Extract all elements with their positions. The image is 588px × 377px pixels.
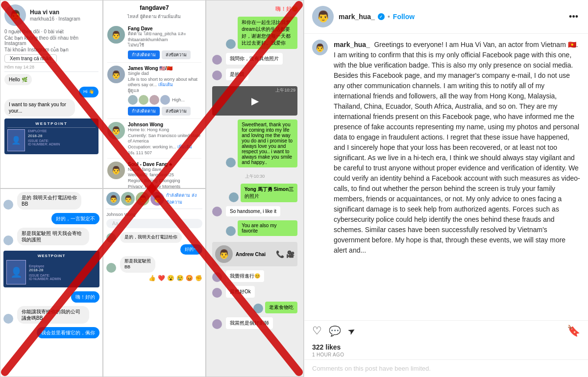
post-text-area: mark_hua_ Greetings to everyone! I am Hu… — [334, 40, 580, 314]
follow-button[interactable]: กำลังติดตาม — [128, 107, 160, 116]
likes-count: 322 likes — [312, 343, 580, 351]
chat-bubble-received: 我問你，沒有其他照片 — [226, 53, 283, 65]
post-body: 👨 mark_hua_ Greetings to everyone! I am … — [304, 34, 588, 320]
panel-fb-profile: 👨 Hua vi van markhua16 · Instagram 0 ngư… — [0, 0, 103, 188]
list-avatar: 👨 — [107, 26, 125, 44]
sender-info: Single dadLife is too short to worry abo… — [128, 71, 201, 88]
following-label: ไทลส์ ผู้ติดตาม ด้านเพิ่มเติม — [107, 13, 201, 20]
chat-bubble-received: 我當然是個好廚師 — [226, 317, 273, 329]
chat-bubble: 那是我駕駛照BB — [120, 256, 155, 272]
profile-note: Các bạn không theo dõi nhau trên Instagr… — [4, 35, 98, 46]
left-panel: 👨 Hua vi van markhua16 · Instagram 0 ngư… — [0, 0, 304, 377]
list-item: 👨 James Wong 🇺🇸/🇨🇳 Single dadLife is too… — [107, 63, 201, 119]
post-username[interactable]: mark_hua_ — [339, 13, 375, 21]
post-username-inline[interactable]: mark_hua_ — [334, 41, 370, 48]
chat-bubble: Hello 🌿 — [4, 74, 32, 85]
chat-bubble: 我会並里看懂它的，佩你 — [37, 327, 99, 338]
sender-extra: ผู้ดูแล — [128, 88, 201, 94]
bookmark-button[interactable]: 🔖 — [567, 325, 580, 337]
separator: • — [388, 13, 390, 21]
post-header: 👨 mark_hua_ • Follow ••• — [304, 0, 588, 34]
comment-button[interactable]: 💬 — [329, 325, 341, 337]
verified-badge — [378, 13, 385, 20]
message-button[interactable]: ส่งข้อความ — [162, 50, 191, 59]
follow-button[interactable]: Follow — [393, 13, 415, 21]
panel-username: fangdave7 — [107, 4, 201, 11]
panel-fb-list: fangdave7 ไทลส์ ผู้ติดตาม ด้านเพิ่มเติม … — [103, 0, 206, 188]
time-ago: 1 HOUR AGO — [312, 352, 580, 357]
panel-chat-messenger: 是的 我明天会打電話给你BB 好的，一言製定不 那是我駕駛照 明天我会寄给我的護… — [0, 188, 103, 377]
share-button[interactable]: ➤ — [346, 325, 358, 338]
list-item: 👨 Johnson Wong Home to: Hong KongCurrent… — [107, 119, 201, 159]
list-item: 👨 Soul - Dave Fang ♣ Name: fang daveWech… — [107, 159, 201, 188]
chat-bubble-sent: 和你在一起生活比我梦dream以求的生活都要好，谢谢您使每一天都比过去更好。我爱… — [238, 17, 297, 49]
profile-username: markhua16 · Instagram — [30, 16, 80, 22]
post-avatar: 👨 — [312, 6, 334, 27]
chat-bubble: 好的，一言製定不 — [51, 213, 99, 224]
sender-info: ติดตาม โดย nang_pitcha และ thitaaratnkhu… — [128, 31, 201, 43]
fb-actions-label: กำลังติดตาม ส่งข้อความ — [166, 192, 202, 206]
sender-name: Fang Dave — [128, 26, 201, 31]
post-actions: ♡ 💬 ➤ 🔖 — [304, 320, 588, 341]
chat-bubble-received: 當然好Ok — [226, 286, 255, 298]
list-avatar: 👨 — [107, 66, 125, 83]
chat-bubble-sent: 老素食物吃 — [265, 302, 297, 313]
sender-name: Soul - Dave Fang ♣ — [128, 162, 201, 167]
chat-bubble: 是的，我明天会打電話给你 — [120, 232, 182, 243]
post-body-avatar: 👨 — [312, 40, 328, 55]
sender-info: Name: fang daveWechatID: fangdave/25Regi… — [128, 167, 201, 188]
chat-timestamp: 上午10:30 — [209, 173, 300, 180]
chat-bubble: I want to say thank you for your... — [4, 99, 75, 117]
right-panel: 👨 mark_hua_ • Follow ••• 👨 mark_hua_ Gre… — [304, 0, 588, 377]
chat-bubble: 好的一 — [180, 244, 202, 255]
panel-fb-more: 👨 👨 👨 👨 กำลังติดตาม ส่งข้อความ Johnson W… — [103, 188, 206, 377]
sender-name: Johnson Wong — [128, 122, 201, 127]
list-item: 👨 Fang Dave ติดตาม โดย nang_pitcha และ t… — [107, 23, 201, 63]
sender-info: Home to: Hong KongCurrently: San Francis… — [128, 127, 201, 150]
message-button[interactable]: ส่งข้อความ — [162, 107, 191, 116]
sender-name: James Wong 🇺🇸/🇨🇳 — [128, 66, 201, 71]
post-username-area: mark_hua_ • Follow — [339, 13, 562, 21]
chat-bubble: 那是我駕駛照 明天我会寄给我的護照 — [17, 228, 89, 245]
list-avatar: 👨 — [107, 162, 125, 179]
comments-limited: Comments on this post have been limited. — [304, 359, 588, 377]
post-text: Greetings to everyone! I am Hua Vi Van, … — [334, 41, 580, 254]
likes-area: 322 likes 1 HOUR AGO — [304, 341, 588, 359]
chat-bubble: 你能讓我寄给你的我的公司議會嗎BB — [17, 306, 89, 324]
profile-name: Hua vi van — [30, 9, 80, 16]
follow-button[interactable]: กำลังติดตาม — [128, 50, 160, 59]
timestamp: Hôm nay 14:28 — [4, 65, 98, 70]
more-options-button[interactable]: ••• — [567, 12, 580, 22]
chat-bubble-received: 是的親 — [226, 69, 248, 80]
list-avatar: 👨 — [107, 122, 125, 140]
panel-chat-wechat: 嗨！好😊 和你在一起生活比我梦dream以求的生活都要好，谢谢您使每一天都比过去… — [206, 0, 304, 377]
profile-followers: 0 người theo dõi · 0 bài viết — [4, 29, 98, 34]
profile-subtext: Tài khoản Instagram của bạn — [4, 47, 98, 52]
chat-bubble-received: So handsome, i like it — [226, 206, 280, 216]
profile-avatar: 👨 — [4, 4, 26, 26]
chat-bubble: 是的 我明天会打電話给你BB — [17, 192, 81, 210]
chat-bubble-sent: Sweetheart, thank you for coming into my… — [238, 119, 297, 167]
profile-link[interactable]: Xem trang cá nhân — [4, 54, 57, 63]
sender-status: ไม่พบใช้ — [128, 43, 201, 48]
chat-bubble-sent: You are also my favorite — [238, 220, 297, 236]
like-button[interactable]: ♡ — [312, 325, 322, 337]
chat-bubble-received: 我覺得進行😊 — [226, 270, 264, 282]
chat-bubble: 嗨！好的 — [71, 291, 99, 303]
chat-bubble: Hi 👋 — [79, 87, 98, 97]
